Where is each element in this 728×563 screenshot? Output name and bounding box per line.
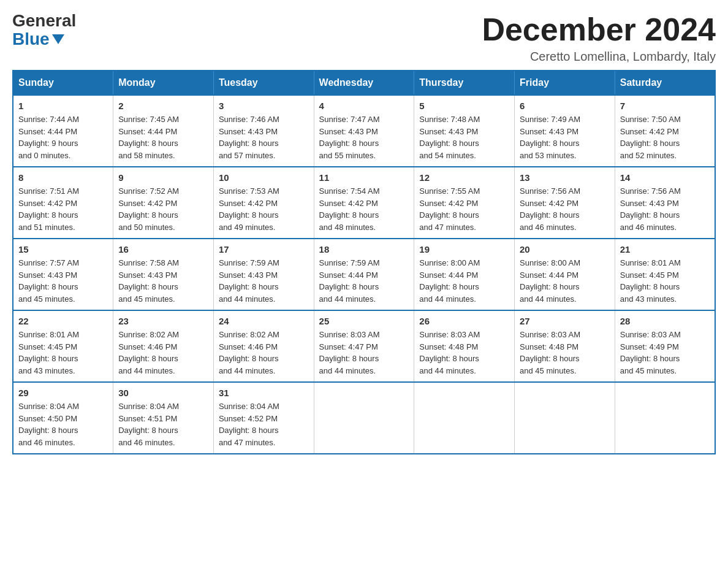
day-number: 15 <box>18 244 108 255</box>
calendar-table: SundayMondayTuesdayWednesdayThursdayFrid… <box>12 70 716 454</box>
day-of-week-header: Thursday <box>414 71 515 95</box>
calendar-day-cell: 1 Sunrise: 7:44 AM Sunset: 4:44 PM Dayli… <box>13 95 113 167</box>
day-number: 22 <box>18 316 108 326</box>
calendar-day-cell: 5 Sunrise: 7:48 AM Sunset: 4:43 PM Dayli… <box>414 95 515 167</box>
calendar-day-cell <box>515 382 615 454</box>
day-number: 21 <box>620 244 710 255</box>
day-number: 24 <box>219 316 309 326</box>
day-of-week-header: Monday <box>113 71 214 95</box>
calendar-day-cell: 28 Sunrise: 8:03 AM Sunset: 4:49 PM Dayl… <box>615 310 715 382</box>
calendar-day-cell: 8 Sunrise: 7:51 AM Sunset: 4:42 PM Dayli… <box>13 167 113 239</box>
day-info: Sunrise: 7:55 AM Sunset: 4:42 PM Dayligh… <box>419 185 509 233</box>
calendar-day-cell: 24 Sunrise: 8:02 AM Sunset: 4:46 PM Dayl… <box>213 310 314 382</box>
day-number: 10 <box>219 172 309 183</box>
calendar-day-cell: 3 Sunrise: 7:46 AM Sunset: 4:43 PM Dayli… <box>213 95 314 167</box>
calendar-week-row: 22 Sunrise: 8:01 AM Sunset: 4:45 PM Dayl… <box>13 310 715 382</box>
calendar-day-cell: 25 Sunrise: 8:03 AM Sunset: 4:47 PM Dayl… <box>314 310 414 382</box>
day-info: Sunrise: 7:51 AM Sunset: 4:42 PM Dayligh… <box>18 185 108 233</box>
calendar-week-row: 1 Sunrise: 7:44 AM Sunset: 4:44 PM Dayli… <box>13 95 715 167</box>
page-header: General Blue December 2024 Ceretto Lomel… <box>12 12 716 64</box>
calendar-day-cell: 29 Sunrise: 8:04 AM Sunset: 4:50 PM Dayl… <box>13 382 113 454</box>
day-number: 17 <box>219 244 309 255</box>
title-block: December 2024 Ceretto Lomellina, Lombard… <box>482 12 716 64</box>
calendar-day-cell: 16 Sunrise: 7:58 AM Sunset: 4:43 PM Dayl… <box>113 239 214 310</box>
day-info: Sunrise: 8:04 AM Sunset: 4:51 PM Dayligh… <box>118 400 208 448</box>
day-number: 1 <box>18 101 108 111</box>
day-info: Sunrise: 8:02 AM Sunset: 4:46 PM Dayligh… <box>219 329 309 377</box>
calendar-day-cell: 10 Sunrise: 7:53 AM Sunset: 4:42 PM Dayl… <box>213 167 314 239</box>
day-of-week-header: Sunday <box>13 71 113 95</box>
day-number: 23 <box>118 316 208 326</box>
day-info: Sunrise: 7:49 AM Sunset: 4:43 PM Dayligh… <box>520 113 610 161</box>
calendar-week-row: 8 Sunrise: 7:51 AM Sunset: 4:42 PM Dayli… <box>13 167 715 239</box>
calendar-day-cell: 12 Sunrise: 7:55 AM Sunset: 4:42 PM Dayl… <box>414 167 515 239</box>
day-number: 3 <box>219 101 309 111</box>
day-number: 28 <box>620 316 710 326</box>
day-number: 31 <box>219 388 309 398</box>
calendar-day-cell: 11 Sunrise: 7:54 AM Sunset: 4:42 PM Dayl… <box>314 167 414 239</box>
day-info: Sunrise: 8:01 AM Sunset: 4:45 PM Dayligh… <box>620 257 710 305</box>
day-info: Sunrise: 7:54 AM Sunset: 4:42 PM Dayligh… <box>319 185 409 233</box>
day-info: Sunrise: 8:00 AM Sunset: 4:44 PM Dayligh… <box>520 257 610 305</box>
day-info: Sunrise: 7:50 AM Sunset: 4:42 PM Dayligh… <box>620 113 710 161</box>
day-info: Sunrise: 7:48 AM Sunset: 4:43 PM Dayligh… <box>419 113 509 161</box>
day-info: Sunrise: 7:46 AM Sunset: 4:43 PM Dayligh… <box>219 113 309 161</box>
day-number: 25 <box>319 316 409 326</box>
calendar-day-cell: 4 Sunrise: 7:47 AM Sunset: 4:43 PM Dayli… <box>314 95 414 167</box>
day-number: 11 <box>319 172 409 183</box>
calendar-day-cell: 13 Sunrise: 7:56 AM Sunset: 4:42 PM Dayl… <box>515 167 615 239</box>
day-info: Sunrise: 7:56 AM Sunset: 4:42 PM Dayligh… <box>520 185 610 233</box>
day-of-week-header: Saturday <box>615 71 715 95</box>
day-number: 12 <box>419 172 509 183</box>
day-number: 13 <box>520 172 610 183</box>
day-info: Sunrise: 7:52 AM Sunset: 4:42 PM Dayligh… <box>118 185 208 233</box>
day-info: Sunrise: 8:03 AM Sunset: 4:48 PM Dayligh… <box>419 329 509 377</box>
logo-blue-text: Blue <box>12 29 64 49</box>
day-info: Sunrise: 7:53 AM Sunset: 4:42 PM Dayligh… <box>219 185 309 233</box>
calendar-day-cell: 2 Sunrise: 7:45 AM Sunset: 4:44 PM Dayli… <box>113 95 214 167</box>
day-number: 9 <box>118 172 208 183</box>
day-info: Sunrise: 7:56 AM Sunset: 4:43 PM Dayligh… <box>620 185 710 233</box>
calendar-day-cell: 23 Sunrise: 8:02 AM Sunset: 4:46 PM Dayl… <box>113 310 214 382</box>
calendar-week-row: 29 Sunrise: 8:04 AM Sunset: 4:50 PM Dayl… <box>13 382 715 454</box>
day-number: 14 <box>620 172 710 183</box>
day-info: Sunrise: 8:03 AM Sunset: 4:49 PM Dayligh… <box>620 329 710 377</box>
day-info: Sunrise: 7:59 AM Sunset: 4:44 PM Dayligh… <box>319 257 409 305</box>
day-number: 19 <box>419 244 509 255</box>
calendar-header-row: SundayMondayTuesdayWednesdayThursdayFrid… <box>13 71 715 95</box>
day-info: Sunrise: 8:04 AM Sunset: 4:52 PM Dayligh… <box>219 400 309 448</box>
day-number: 16 <box>118 244 208 255</box>
calendar-day-cell <box>414 382 515 454</box>
day-info: Sunrise: 8:00 AM Sunset: 4:44 PM Dayligh… <box>419 257 509 305</box>
logo-general-text: General <box>12 12 76 29</box>
day-number: 6 <box>520 101 610 111</box>
calendar-day-cell: 31 Sunrise: 8:04 AM Sunset: 4:52 PM Dayl… <box>213 382 314 454</box>
calendar-day-cell: 27 Sunrise: 8:03 AM Sunset: 4:48 PM Dayl… <box>515 310 615 382</box>
day-info: Sunrise: 7:44 AM Sunset: 4:44 PM Dayligh… <box>18 113 108 161</box>
day-number: 30 <box>118 388 208 398</box>
day-info: Sunrise: 7:59 AM Sunset: 4:43 PM Dayligh… <box>219 257 309 305</box>
day-info: Sunrise: 8:01 AM Sunset: 4:45 PM Dayligh… <box>18 329 108 377</box>
day-of-week-header: Friday <box>515 71 615 95</box>
day-number: 18 <box>319 244 409 255</box>
calendar-day-cell: 20 Sunrise: 8:00 AM Sunset: 4:44 PM Dayl… <box>515 239 615 310</box>
calendar-day-cell: 18 Sunrise: 7:59 AM Sunset: 4:44 PM Dayl… <box>314 239 414 310</box>
day-number: 5 <box>419 101 509 111</box>
day-number: 8 <box>18 172 108 183</box>
calendar-day-cell <box>615 382 715 454</box>
calendar-day-cell <box>314 382 414 454</box>
day-of-week-header: Wednesday <box>314 71 414 95</box>
month-title: December 2024 <box>482 12 716 47</box>
calendar-day-cell: 7 Sunrise: 7:50 AM Sunset: 4:42 PM Dayli… <box>615 95 715 167</box>
day-number: 20 <box>520 244 610 255</box>
day-number: 26 <box>419 316 509 326</box>
day-of-week-header: Tuesday <box>213 71 314 95</box>
calendar-day-cell: 19 Sunrise: 8:00 AM Sunset: 4:44 PM Dayl… <box>414 239 515 310</box>
day-info: Sunrise: 7:45 AM Sunset: 4:44 PM Dayligh… <box>118 113 208 161</box>
day-number: 4 <box>319 101 409 111</box>
day-info: Sunrise: 8:03 AM Sunset: 4:48 PM Dayligh… <box>520 329 610 377</box>
day-number: 7 <box>620 101 710 111</box>
calendar-day-cell: 30 Sunrise: 8:04 AM Sunset: 4:51 PM Dayl… <box>113 382 214 454</box>
day-info: Sunrise: 7:57 AM Sunset: 4:43 PM Dayligh… <box>18 257 108 305</box>
calendar-day-cell: 21 Sunrise: 8:01 AM Sunset: 4:45 PM Dayl… <box>615 239 715 310</box>
